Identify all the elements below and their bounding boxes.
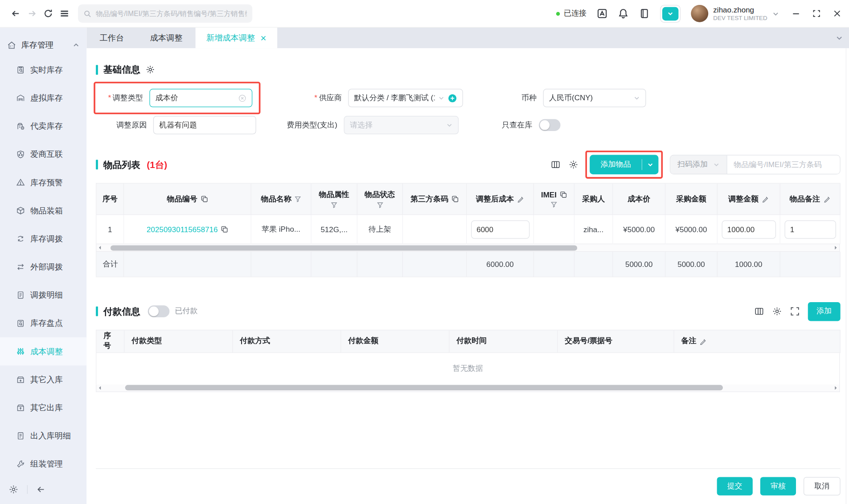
tab-cost-adjust[interactable]: 成本调整 — [137, 28, 195, 48]
copy-icon[interactable] — [201, 196, 208, 203]
payment-horizontal-scrollbar[interactable] — [96, 384, 840, 392]
paid-toggle[interactable] — [148, 305, 170, 317]
window-minimize-button[interactable] — [792, 9, 800, 18]
cell-item-name: 苹果 iPho... — [251, 215, 311, 244]
global-search[interactable] — [78, 4, 252, 23]
in-stock-toggle[interactable] — [539, 119, 561, 131]
reason-input[interactable] — [159, 121, 250, 129]
copy-icon[interactable] — [221, 226, 228, 233]
column-settings-icon[interactable] — [551, 160, 561, 169]
col-pay-remark: 备注 — [674, 330, 840, 352]
sidebar-item-stock-transfer[interactable]: 库存调拨 — [0, 225, 86, 253]
scrollbar-track[interactable] — [103, 245, 832, 250]
scrollbar-thumb[interactable] — [125, 385, 723, 390]
item-no-link[interactable]: 20250930115658716 — [147, 225, 218, 234]
adjusted-cost-input[interactable] — [471, 220, 529, 238]
sidebar-item-stock-alert[interactable]: 库存预警 — [0, 168, 86, 197]
adjust-amount-input[interactable] — [722, 220, 776, 238]
sidebar-settings-button[interactable] — [8, 484, 18, 494]
scrollbar-thumb[interactable] — [111, 245, 577, 250]
realtime-stock-icon — [16, 66, 25, 74]
section-accent-bar — [96, 307, 98, 316]
fee-type-select[interactable]: 请选择 — [344, 116, 459, 134]
item-remark-input[interactable] — [785, 220, 836, 238]
notifications-button[interactable] — [618, 8, 629, 19]
user-menu[interactable]: zihao.zhong DEV TEST LIMITED — [691, 5, 779, 22]
scroll-left-icon[interactable] — [98, 385, 103, 390]
sidebar-item-item-boxing[interactable]: 物品装箱 — [0, 197, 86, 225]
sidebar-item-other-inbound[interactable]: 其它入库 — [0, 365, 86, 393]
sidebar-item-other-outbound[interactable]: 其它出库 — [0, 393, 86, 422]
window-maximize-button[interactable] — [812, 9, 821, 18]
add-supplier-icon[interactable] — [448, 94, 457, 103]
fullscreen-icon[interactable] — [790, 307, 800, 316]
copy-icon[interactable] — [560, 191, 567, 198]
back-arrow-icon — [11, 8, 21, 18]
column-settings-icon[interactable] — [754, 307, 764, 316]
basic-info-title: 基础信息 — [103, 63, 140, 76]
quick-menu-button[interactable] — [660, 4, 681, 22]
submit-button[interactable]: 提交 — [717, 477, 753, 495]
scroll-right-icon[interactable] — [833, 245, 838, 250]
swap-arrows-icon — [16, 262, 25, 271]
menu-button[interactable] — [56, 5, 72, 21]
currency-select[interactable]: 人民币(CNY) — [543, 89, 646, 107]
scrollbar-track[interactable] — [103, 385, 832, 390]
sidebar-item-external-transfer[interactable]: 外部调拨 — [0, 253, 86, 281]
tab-workbench[interactable]: 工作台 — [86, 28, 137, 48]
filter-icon[interactable] — [377, 202, 383, 209]
journal-button[interactable] — [639, 8, 650, 19]
sidebar-item-transfer-detail[interactable]: 调拨明细 — [0, 281, 86, 309]
sidebar-item-virtual-stock[interactable]: 虚拟库存 — [0, 84, 86, 112]
scroll-right-icon[interactable] — [833, 385, 838, 390]
sidebar-item-stock-take[interactable]: 库存盘点 — [0, 309, 86, 337]
sidebar-item-cost-adjust[interactable]: 成本调整 — [0, 337, 86, 365]
adjust-type-input[interactable] — [156, 94, 235, 102]
paid-toggle-label: 已付款 — [175, 307, 197, 316]
review-button[interactable]: 审核 — [760, 477, 796, 495]
payment-add-button[interactable]: 添加 — [808, 302, 841, 321]
window-close-button[interactable] — [833, 9, 841, 18]
tab-overflow-button[interactable] — [836, 34, 843, 42]
refresh-button[interactable] — [40, 5, 56, 21]
sidebar-item-assembly[interactable]: 组装管理 — [0, 450, 86, 478]
items-horizontal-scrollbar[interactable] — [96, 244, 840, 252]
sidebar-collapse-button[interactable] — [36, 484, 46, 494]
col-pay-seq: 序号 — [96, 330, 124, 352]
scan-add-input[interactable] — [727, 156, 840, 174]
cancel-button[interactable]: 取消 — [804, 477, 841, 495]
sidebar-item-inout-detail[interactable]: 出入库明细 — [0, 422, 86, 450]
filter-icon[interactable] — [295, 196, 301, 202]
global-search-input[interactable] — [96, 9, 247, 17]
filter-icon[interactable] — [331, 202, 337, 209]
filter-icon[interactable] — [551, 201, 558, 208]
table-gear-icon[interactable] — [569, 160, 578, 169]
scroll-left-icon[interactable] — [98, 245, 103, 250]
reason-input-wrap[interactable] — [153, 116, 256, 134]
back-button[interactable] — [8, 5, 24, 21]
forward-button[interactable] — [24, 5, 40, 21]
scan-add-select[interactable]: 扫码添加 — [670, 156, 727, 174]
clear-icon[interactable] — [238, 94, 246, 102]
home-icon — [7, 41, 16, 50]
translate-button[interactable] — [597, 8, 607, 19]
sidebar-item-aishang-link[interactable]: 爱商互联 — [0, 140, 86, 168]
sidebar-group-inventory[interactable]: 库存管理 — [0, 34, 86, 56]
table-gear-icon[interactable] — [772, 307, 782, 316]
outbound-box-icon — [16, 403, 25, 412]
adjust-type-select[interactable] — [149, 89, 252, 107]
adjust-type-field: *调整类型 — [96, 89, 252, 107]
tab-close-icon[interactable] — [260, 35, 266, 41]
supplier-select[interactable]: 默认分类 / 李鹏飞测试 (1... — [348, 89, 463, 107]
copy-icon[interactable] — [451, 196, 459, 203]
tab-new-cost-adjust[interactable]: 新增成本调整 — [196, 28, 277, 48]
section-accent-bar — [96, 160, 98, 169]
maximize-icon — [812, 9, 821, 18]
cell-imei — [533, 215, 574, 244]
search-icon — [83, 9, 91, 17]
add-item-dropdown[interactable] — [642, 161, 658, 168]
add-item-button[interactable]: 添加物品 — [590, 155, 658, 174]
section-gear-icon[interactable] — [146, 65, 155, 74]
sidebar-item-realtime-stock[interactable]: 实时库存 — [0, 56, 86, 84]
sidebar-item-consign-stock[interactable]: 代卖库存 — [0, 112, 86, 140]
